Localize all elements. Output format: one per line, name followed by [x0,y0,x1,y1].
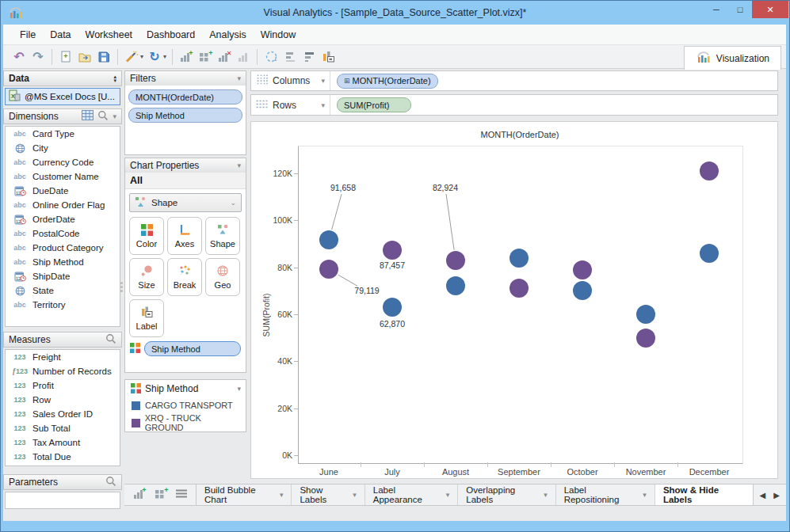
dimension-online-order-flag[interactable]: abcOnline Order Flag [6,198,120,212]
refresh-icon[interactable]: ↻ [146,48,163,66]
delete-chart-icon[interactable]: ✕ [216,48,233,66]
measure-sales-order-id[interactable]: 123Sales Order ID [6,407,120,421]
dimension-postalcode[interactable]: abcPostalCode [6,226,120,241]
menu-item-worksheet[interactable]: Worksheet [78,26,140,44]
scatter-point[interactable] [509,249,529,268]
chevron-down-icon[interactable]: ▾ [544,491,548,499]
chevron-down-icon[interactable]: ▾ [237,385,241,393]
scatter-point[interactable] [383,241,402,260]
measure-profit[interactable]: 123Profit [6,378,120,393]
label-property-button[interactable]: Label [129,299,164,337]
dimension-card-type[interactable]: abcCard Type [6,127,120,141]
point-value-label[interactable]: 87,457 [368,260,416,270]
measure-total-due[interactable]: 123Total Due [6,450,120,464]
worksheet-tab-show-labels[interactable]: Show Labels▾ [292,484,364,505]
chevron-down-icon[interactable]: ▾ [163,53,166,60]
chevron-down-icon[interactable]: ▾ [280,491,284,499]
tab-scroll-left-icon[interactable]: ◀ [760,491,766,500]
measure-number-of-records[interactable]: ƒ123Number of Records [6,364,120,378]
open-folder-icon[interactable] [76,48,94,66]
menu-item-dashboard[interactable]: Dashboard [139,26,202,44]
rotate-selection-icon[interactable] [262,48,280,66]
menu-item-window[interactable]: Window [254,26,303,44]
worksheet-tab-label-repositioning[interactable]: Label Repositioning▾ [556,484,655,505]
close-button[interactable]: ✕ [752,1,788,18]
measure-tax-amount[interactable]: 123Tax Amount [6,435,120,450]
worksheet-tab-overlapping-labels[interactable]: Overlapping Labels▾ [458,484,555,505]
menu-item-data[interactable]: Data [43,26,78,44]
point-value-label[interactable]: 79,119 [343,286,391,295]
save-icon[interactable] [95,48,113,66]
menu-item-file[interactable]: File [13,26,43,44]
menu-item-analysis[interactable]: Analysis [202,26,254,44]
chevron-down-icon[interactable]: ▾ [446,491,450,499]
minimize-button[interactable]: ─ [704,1,728,18]
filter-pill-month-orderdate[interactable]: MONTH(OrderDate) [128,89,242,104]
measure-sub-total[interactable]: 123Sub Total [6,421,120,435]
shape-property-button[interactable]: Shape [205,217,240,255]
chevron-down-icon[interactable]: ▾ [321,101,325,109]
mark-type-dropdown[interactable]: Shape ⌄ [129,193,242,212]
search-icon[interactable] [105,333,116,347]
break-property-button[interactable]: Break [167,258,202,296]
columns-pill-month-orderdate[interactable]: ⊞ MONTH(OrderDate) [337,74,438,89]
scope-selector[interactable]: All [125,173,246,189]
chevron-down-icon[interactable]: ▾ [140,53,143,60]
data-source-item[interactable]: X @MS Excel Docs [U... [5,88,120,105]
list-view-icon[interactable] [175,488,188,502]
shape-encoding-pill[interactable]: Ship Method [144,341,241,356]
dimension-duedate[interactable]: 12DueDate [6,184,120,198]
sort-updown-icon[interactable]: ▴▾ [113,74,116,82]
point-value-label[interactable]: 62,870 [368,319,416,329]
worksheet-tab-show-hide-labels[interactable]: Show & Hide Labels [655,484,754,505]
format-wand-icon[interactable] [123,48,140,66]
point-value-label[interactable]: 91,658 [319,183,367,192]
dimension-city[interactable]: City [6,141,120,155]
measure-freight[interactable]: 123Freight [6,350,120,364]
stack-bars-icon[interactable] [300,48,318,66]
geo-property-button[interactable]: Geo [205,258,240,296]
legend-item-xrq-truck-ground[interactable]: XRQ - TRUCK GROUND [125,412,246,434]
dimension-customer-name[interactable]: abcCustomer Name [6,169,120,184]
scatter-point[interactable] [636,329,655,348]
scatter-point[interactable] [446,251,465,270]
chevron-down-icon[interactable]: ▾ [113,112,116,120]
maximize-button[interactable]: □ [728,1,752,18]
add-chart-icon[interactable]: + [177,48,195,66]
axes-property-button[interactable]: Axes [167,217,202,255]
scatter-point[interactable] [700,244,719,263]
chevron-down-icon[interactable]: ▾ [643,491,647,499]
chevron-down-icon[interactable]: ▾ [237,74,241,82]
dimension-state[interactable]: State [6,283,120,298]
scatter-point[interactable] [573,260,592,279]
dimension-currency-code[interactable]: abcCurrency Code [6,155,120,169]
dimension-product-category[interactable]: abcProduct Category [6,241,120,255]
table-view-icon[interactable] [82,110,94,123]
search-icon[interactable] [97,110,109,124]
redo-icon[interactable]: ↷ [29,48,47,66]
undo-icon[interactable]: ↶ [10,48,28,66]
new-document-icon[interactable]: + [57,48,74,66]
worksheet-tab-build-bubble-chart[interactable]: Build Bubble Chart▾ [197,484,292,505]
worksheet-tab-label-appearance[interactable]: Label Appearance▾ [365,484,458,505]
scatter-point[interactable] [636,305,655,324]
add-dashboard-icon[interactable]: + [197,48,214,66]
scatter-point[interactable] [700,162,719,180]
color-property-button[interactable]: Color [129,217,164,255]
chevron-down-icon[interactable]: ▾ [353,491,357,499]
align-bars-icon[interactable] [281,48,299,66]
dimension-ship-method[interactable]: abcShip Method [6,255,120,269]
tab-scroll-right-icon[interactable]: ▶ [773,491,780,500]
expand-icon[interactable]: ⊞ [344,77,350,85]
measure-row[interactable]: 123Row [6,393,120,407]
new-dashboard-icon[interactable]: + [154,487,169,504]
search-icon[interactable] [105,476,116,489]
legend-item-cargo-transport[interactable]: CARGO TRANSPORT [125,399,246,412]
chart-disabled-icon[interactable] [235,48,252,66]
filter-pill-ship-method[interactable]: Ship Method [128,108,242,123]
panel-splitter-handle[interactable] [120,276,124,297]
label-chart-icon[interactable] [319,48,337,66]
chevron-down-icon[interactable]: ▾ [321,77,325,85]
new-worksheet-icon[interactable]: + [132,487,147,504]
rows-pill-sum-profit[interactable]: SUM(Profit) [337,97,411,112]
